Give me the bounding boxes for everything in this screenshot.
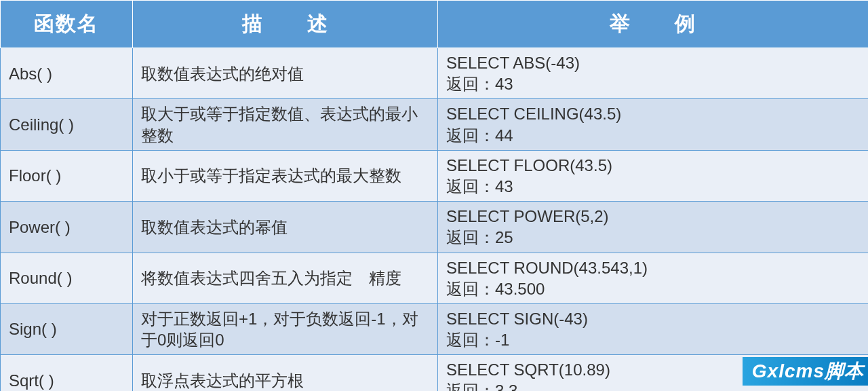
- cell-description: 取浮点表达式的平方根: [133, 355, 438, 391]
- cell-example: SELECT ROUND(43.543,1) 返回：43.500: [438, 253, 869, 303]
- table-row: Sqrt( )取浮点表达式的平方根SELECT SQRT(10.89) 返回：3…: [1, 355, 869, 391]
- cell-example: SELECT CEILING(43.5) 返回：44: [438, 99, 869, 150]
- cell-func-name: Power( ): [1, 202, 133, 253]
- cell-example: SELECT POWER(5,2) 返回：25: [438, 202, 869, 253]
- cell-description: 取数值表达式的幂值: [133, 202, 438, 253]
- cell-description: 将数值表达式四舍五入为指定 精度: [133, 253, 438, 303]
- table-row: Floor( )取小于或等于指定表达式的最大整数SELECT FLOOR(43.…: [1, 150, 869, 201]
- table-row: Abs( )取数值表达式的绝对值SELECT ABS(-43) 返回：43: [1, 48, 869, 99]
- table-row: Sign( )对于正数返回+1，对于负数返回-1，对于0则返回0SELECT S…: [1, 303, 869, 354]
- cell-func-name: Sqrt( ): [1, 355, 133, 391]
- header-description: 描 述: [133, 1, 438, 48]
- cell-description: 取小于或等于指定表达式的最大整数: [133, 150, 438, 201]
- cell-example: SELECT SIGN(-43) 返回：-1: [438, 303, 869, 354]
- cell-func-name: Abs( ): [1, 48, 133, 99]
- cell-func-name: Ceiling( ): [1, 99, 133, 150]
- cell-description: 对于正数返回+1，对于负数返回-1，对于0则返回0: [133, 303, 438, 354]
- table-row: Round( )将数值表达式四舍五入为指定 精度SELECT ROUND(43.…: [1, 253, 869, 303]
- cell-description: 取数值表达式的绝对值: [133, 48, 438, 99]
- sql-math-functions-table: 函数名 描 述 举 例 Abs( )取数值表达式的绝对值SELECT ABS(-…: [0, 0, 868, 391]
- table-row: Ceiling( )取大于或等于指定数值、表达式的最小整数SELECT CEIL…: [1, 99, 869, 150]
- table-row: Power( )取数值表达式的幂值SELECT POWER(5,2) 返回：25: [1, 202, 869, 253]
- header-func-name: 函数名: [1, 1, 133, 48]
- cell-example: SELECT ABS(-43) 返回：43: [438, 48, 869, 99]
- cell-example: SELECT FLOOR(43.5) 返回：43: [438, 150, 869, 201]
- cell-description: 取大于或等于指定数值、表达式的最小整数: [133, 99, 438, 150]
- cell-func-name: Floor( ): [1, 150, 133, 201]
- header-example: 举 例: [438, 1, 869, 48]
- cell-func-name: Round( ): [1, 253, 133, 303]
- table-header-row: 函数名 描 述 举 例: [1, 1, 869, 48]
- cell-func-name: Sign( ): [1, 303, 133, 354]
- watermark-label: Gxlcms脚本: [743, 357, 868, 386]
